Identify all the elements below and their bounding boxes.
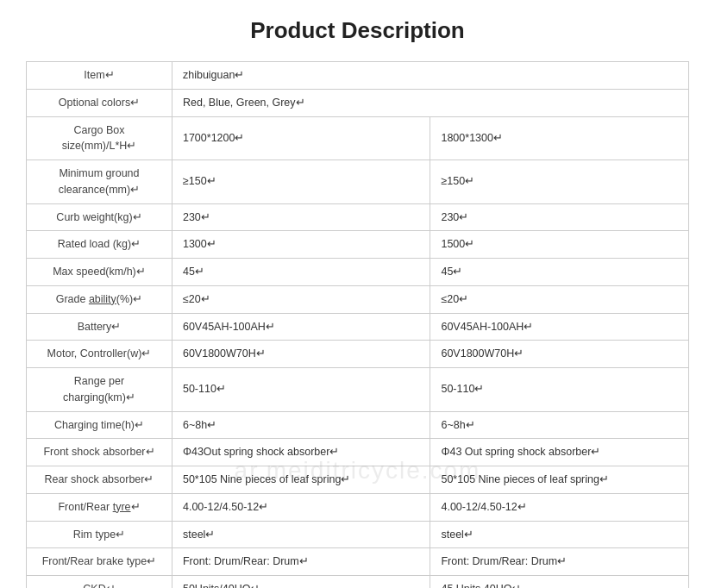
- label-cell: Range per charging(km)↵: [27, 368, 172, 412]
- table-row: Curb weight(kg)↵ 230↵ 230↵: [27, 203, 689, 231]
- value-cell: 1300↵: [172, 231, 430, 259]
- label-cell: Front/Rear brake type↵: [27, 548, 172, 576]
- value-cell: 45↵: [430, 259, 689, 286]
- label-cell: CKD↵: [27, 576, 172, 589]
- label-cell: Cargo Box size(mm)/L*H↵: [27, 116, 172, 160]
- value-cell: 6~8h↵: [172, 411, 430, 439]
- value-cell: 50Units/40HQ↵: [172, 576, 430, 589]
- value-cell: Front: Drum/Rear: Drum↵: [430, 548, 689, 576]
- label-cell: Motor, Controller(w)↵: [27, 341, 172, 368]
- table-row: Range per charging(km)↵ 50-110↵ 50-110↵: [27, 368, 689, 412]
- value-cell: Φ43 Out spring shock absorber↵: [430, 439, 689, 466]
- table-row: Rim type↵ steel↵ steel↵: [27, 521, 689, 548]
- value-cell: 1500↵: [430, 231, 689, 259]
- label-cell: Minimum ground clearance(mm)↵: [27, 160, 172, 204]
- value-cell: Front: Drum/Rear: Drum↵: [172, 548, 430, 576]
- table-row: Front/Rear brake type↵ Front: Drum/Rear:…: [27, 548, 689, 576]
- table-row: Rated load (kg)↵ 1300↵ 1500↵: [27, 231, 689, 259]
- table-row: Motor, Controller(w)↵ 60V1800W70H↵ 60V18…: [27, 341, 689, 368]
- value-cell: 1800*1300↵: [430, 116, 689, 160]
- table-row: CKD↵ 50Units/40HQ↵ 45 Units 40HQ↵: [27, 576, 689, 589]
- value-cell: 6~8h↵: [430, 411, 689, 439]
- value-cell: 230↵: [430, 203, 689, 231]
- page-title: Product Description: [26, 17, 689, 44]
- label-cell: Rated load (kg)↵: [27, 231, 172, 259]
- label-cell: Rear shock absorber↵: [27, 466, 172, 494]
- value-cell: ≤20↵: [172, 285, 430, 313]
- label-cell: Rim type↵: [27, 521, 172, 548]
- value-cell: Red, Blue, Green, Grey↵: [172, 89, 688, 116]
- value-cell: Φ43Out spring shock absorber↵: [172, 439, 430, 466]
- value-cell: zhibuiguan↵: [172, 62, 688, 90]
- table-row: Cargo Box size(mm)/L*H↵ 1700*1200↵ 1800*…: [27, 116, 689, 160]
- value-cell: steel↵: [172, 521, 430, 548]
- table-row: Front/Rear tyre↵ 4.00-12/4.50-12↵ 4.00-1…: [27, 493, 689, 521]
- value-cell: 60V1800W70H↵: [172, 341, 430, 368]
- value-cell: ≤20↵: [430, 285, 689, 313]
- value-cell: ≥150↵: [172, 160, 430, 204]
- value-cell: 60V45AH-100AH↵: [172, 313, 430, 341]
- label-cell: Max speed(km/h)↵: [27, 259, 172, 286]
- value-cell: 50-110↵: [430, 368, 689, 412]
- label-cell: Optional colors↵: [27, 89, 172, 116]
- table-row: Charging time(h)↵ 6~8h↵ 6~8h↵: [27, 411, 689, 439]
- value-cell: 45↵: [172, 259, 430, 286]
- value-cell: 1700*1200↵: [172, 116, 430, 160]
- label-cell: Grade ability(%)↵: [27, 285, 172, 313]
- value-cell: 50*105 Nine pieces of leaf spring↵: [430, 466, 689, 494]
- value-cell: 60V1800W70H↵: [430, 341, 689, 368]
- label-cell: Charging time(h)↵: [27, 411, 172, 439]
- product-table: Item↵ zhibuiguan↵ Optional colors↵ Red, …: [26, 61, 689, 588]
- value-cell: 45 Units 40HQ↵: [430, 576, 689, 589]
- value-cell: ≥150↵: [430, 160, 689, 204]
- value-cell: 230↵: [172, 203, 430, 231]
- value-cell: 4.00-12/4.50-12↵: [172, 493, 430, 521]
- label-cell: Curb weight(kg)↵: [27, 203, 172, 231]
- value-cell: steel↵: [430, 521, 689, 548]
- label-cell: Item↵: [27, 62, 172, 90]
- table-row: Max speed(km/h)↵ 45↵ 45↵: [27, 259, 689, 286]
- table-row: Rear shock absorber↵ 50*105 Nine pieces …: [27, 466, 689, 494]
- table-row: Item↵ zhibuiguan↵: [27, 62, 689, 90]
- table-row: Front shock absorber↵ Φ43Out spring shoc…: [27, 439, 689, 466]
- value-cell: 60V45AH-100AH↵: [430, 313, 689, 341]
- table-row: Battery↵ 60V45AH-100AH↵ 60V45AH-100AH↵: [27, 313, 689, 341]
- table-row: Minimum ground clearance(mm)↵ ≥150↵ ≥150…: [27, 160, 689, 204]
- value-cell: 50-110↵: [172, 368, 430, 412]
- label-cell: Front shock absorber↵: [27, 439, 172, 466]
- label-cell: Battery↵: [27, 313, 172, 341]
- table-row: Grade ability(%)↵ ≤20↵ ≤20↵: [27, 285, 689, 313]
- value-cell: 4.00-12/4.50-12↵: [430, 493, 689, 521]
- label-cell: Front/Rear tyre↵: [27, 493, 172, 521]
- value-cell: 50*105 Nine pieces of leaf spring↵: [172, 466, 430, 494]
- table-row: Optional colors↵ Red, Blue, Green, Grey↵: [27, 89, 689, 116]
- page-container: Product Description Item↵ zhibuiguan↵ Op…: [0, 0, 715, 588]
